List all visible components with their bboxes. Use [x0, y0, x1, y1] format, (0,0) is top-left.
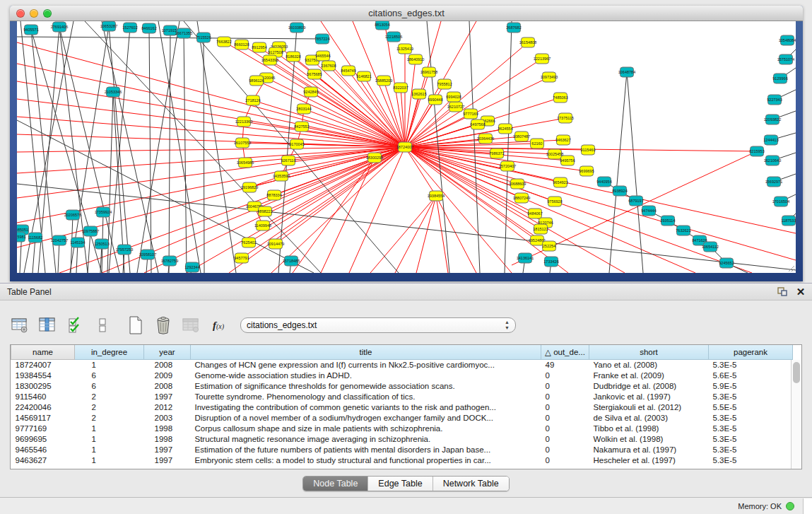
graph-node-1362615[interactable]: 1362615	[411, 89, 426, 99]
graph-node-1187533[interactable]: 1187533	[781, 216, 796, 226]
graph-node-8660128[interactable]: 8660128	[234, 40, 249, 49]
canvas-resize-grip[interactable]	[789, 266, 794, 271]
graph-node-17359924[interactable]: 17359924	[95, 207, 112, 217]
table-row[interactable]: 911546021997Tourette syndrome. Phenomeno…	[11, 391, 793, 402]
graph-node-1527602[interactable]: 1527602	[122, 23, 137, 33]
graph-node-7986372[interactable]: 7986372	[489, 148, 504, 158]
graph-node-16961758[interactable]: 16961758	[420, 67, 437, 77]
graph-node-8938924[interactable]: 8938924	[612, 186, 627, 196]
graph-node-1115682[interactable]: 1115682	[28, 233, 43, 243]
graph-node-15692971[interactable]: 15692971	[765, 177, 782, 187]
graph-node-10914479[interactable]: 10914479	[267, 239, 284, 249]
select-columns-button[interactable]	[37, 315, 57, 335]
table-row[interactable]: 969969511998Structural magnetic resonanc…	[11, 433, 793, 444]
graph-node-6497568[interactable]: 6497568	[470, 119, 485, 129]
tab-edge-table[interactable]: Edge Table	[368, 477, 433, 491]
graph-node-9474444[interactable]: 9474444	[641, 206, 656, 216]
graph-node-12042757[interactable]: 12042757	[51, 235, 68, 245]
graph-node-10688609[interactable]: 10688609	[509, 179, 526, 189]
graph-node-8878334[interactable]: 8878334	[266, 190, 281, 200]
graph-node-9146821[interactable]: 9146821	[356, 71, 371, 81]
graph-node-10807487[interactable]: 10807487	[513, 132, 530, 141]
graph-node-9654923[interactable]: 9654923	[553, 177, 567, 187]
graph-node-10975887[interactable]: 10975887	[82, 226, 99, 236]
graph-node-9990448[interactable]: 9990448	[428, 95, 442, 105]
table-scrollbar[interactable]	[791, 360, 801, 469]
graph-node-10958107[interactable]: 10958107	[139, 250, 156, 259]
graph-node-9699695[interactable]: 9699695	[579, 166, 594, 176]
citation-network-graph[interactable]: 9405571276914061065328715276028466162107…	[17, 21, 796, 273]
graph-node-3915981[interactable]: 3915981	[17, 232, 26, 242]
graph-node-15751074[interactable]: 15751074	[777, 54, 794, 64]
graph-node-9495756[interactable]: 9495756	[560, 156, 575, 165]
column-header-pagerank[interactable]: pagerank	[709, 345, 793, 359]
graph-node-16782759[interactable]: 16782759	[161, 256, 178, 266]
graph-node-9465546[interactable]: 9465546	[315, 51, 330, 61]
graph-node-10653287[interactable]: 10653287	[100, 21, 117, 31]
graph-node-7632621[interactable]: 7632621	[676, 226, 690, 235]
graph-node-9129966[interactable]: 9129966	[772, 74, 787, 83]
graph-node-7515526[interactable]: 7515526	[196, 33, 211, 42]
table-row[interactable]: 1830029562008Estimation of significance …	[11, 380, 793, 391]
graph-node-2367608[interactable]: 2367608	[321, 61, 336, 71]
graph-node-18640910[interactable]: 18640910	[407, 54, 424, 64]
graph-node-9245652[interactable]: 9245652	[719, 258, 734, 268]
close-window-button[interactable]	[16, 9, 25, 18]
function-builder-button[interactable]: f(x)	[208, 315, 228, 335]
graph-node-8813054[interactable]: 8813054	[375, 21, 389, 30]
graph-node-16210643[interactable]: 16210643	[764, 156, 781, 165]
graph-node-15718485[interactable]: 15718485	[283, 256, 300, 266]
graph-node-9777169[interactable]: 9777169	[463, 109, 478, 119]
graph-node-17016504[interactable]: 17016504	[772, 197, 789, 206]
graph-node-14353594[interactable]: 14353594	[273, 171, 290, 181]
minimize-window-button[interactable]	[30, 9, 38, 18]
graph-node-14136141[interactable]: 14136141	[517, 253, 534, 263]
select-all-rows-button[interactable]	[65, 315, 85, 335]
import-table-button-disabled[interactable]	[181, 315, 201, 335]
graph-node-18724007[interactable]: 18724007	[396, 142, 413, 152]
float-panel-button[interactable]	[775, 286, 789, 298]
graph-node-16671355[interactable]: 16671355	[175, 28, 192, 38]
tab-network-table[interactable]: Network Table	[433, 477, 509, 491]
graph-node-12218506[interactable]: 12218506	[385, 32, 402, 42]
new-table-button[interactable]	[126, 315, 146, 335]
graph-node-12213967[interactable]: 12213967	[534, 54, 551, 64]
graph-node-1292344[interactable]: 1292344	[184, 262, 199, 272]
graph-node-2687682[interactable]: 2687682	[506, 23, 521, 33]
graph-node-11325419[interactable]: 11325419	[396, 44, 413, 54]
row-height-button[interactable]	[93, 315, 112, 335]
graph-node-1250513[interactable]: 1250513	[94, 239, 109, 249]
graph-node-1733426[interactable]: 1733426	[543, 257, 558, 267]
graph-node-7485063[interactable]: 7485063	[553, 93, 567, 103]
table-row[interactable]: 977716911998Corpus callosum shape and si…	[11, 423, 793, 433]
graph-node-252254[interactable]: 252254	[543, 241, 556, 251]
network-window-titlebar[interactable]: citations_edges.txt	[10, 6, 803, 21]
graph-node-20206576[interactable]: 20206576	[64, 210, 81, 220]
graph-node-16107553[interactable]: 16107553	[234, 138, 251, 148]
graph-node-19384554[interactable]: 19384554	[428, 191, 445, 201]
graph-node-9484067[interactable]: 9484067	[527, 209, 542, 218]
graph-node-9405571[interactable]: 9405571	[23, 25, 38, 35]
column-header-out_degree[interactable]: △ out_de...	[541, 345, 589, 359]
table-row[interactable]: 946362711997Embryonic stem cells: a mode…	[11, 455, 793, 465]
table-row[interactable]: 1872400712008Changes of HCN gene express…	[11, 359, 793, 370]
table-scrollbar-thumb[interactable]	[793, 362, 800, 383]
graph-node-7663822[interactable]: 7663822	[216, 37, 231, 47]
table-row[interactable]: 2242004622012Investigating the contribut…	[11, 402, 793, 412]
table-settings-button[interactable]	[10, 315, 30, 335]
graph-node-2935114[interactable]: 2935114	[660, 216, 675, 226]
graph-node-10654985[interactable]: 10654985	[237, 158, 254, 168]
graph-node-11409948[interactable]: 11409948	[254, 221, 271, 230]
table-source-dropdown[interactable]: citations_edges.txt ▲▼	[240, 317, 516, 333]
graph-node-9115460[interactable]: 9115460	[580, 145, 595, 155]
graph-node-10548084[interactable]: 10548084	[779, 35, 796, 45]
graph-node-10654112[interactable]: 10654112	[702, 242, 719, 252]
graph-node-17375115[interactable]: 17375115	[557, 113, 574, 123]
table-row[interactable]: 1456911722003Disruption of a novel membe…	[11, 412, 793, 423]
column-header-title[interactable]: title	[191, 345, 541, 359]
zoom-window-button[interactable]	[43, 9, 52, 18]
graph-node-9457791[interactable]: 9457791	[234, 253, 249, 263]
graph-node-20364436[interactable]: 20364436	[477, 134, 494, 144]
graph-node-8466162[interactable]: 8466162	[141, 23, 156, 33]
graph-node-17957253[interactable]: 17957253	[116, 245, 133, 255]
